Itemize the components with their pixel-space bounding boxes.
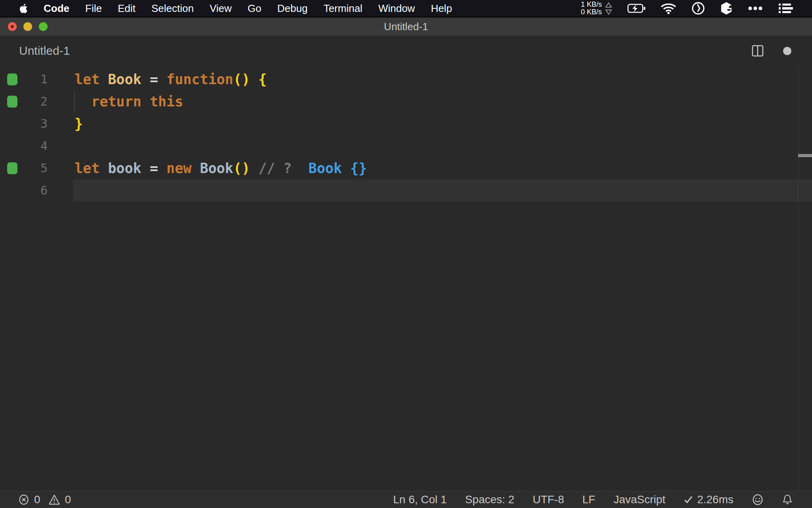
code-token: () [233,71,250,87]
encoding-setting[interactable]: UTF-8 [532,493,564,506]
code-token: = [150,160,158,176]
code-token [250,71,259,87]
check-icon [684,495,693,504]
cube-icon[interactable] [720,2,733,15]
unsaved-dot-icon[interactable] [783,47,791,55]
code-token: Book [108,71,141,87]
code-line-3[interactable]: 3} [0,113,812,135]
statusbar: 0 0 Ln 6, Col 1 Spaces: 2 UTF-8 LF JavaS… [0,491,812,508]
perf-time: 2.26ms [697,493,733,506]
line-number: 4 [20,135,48,157]
code-token: return [91,94,141,110]
code-line-5[interactable]: 5let book = new Book() // ? Book {} [0,157,812,179]
line-number: 3 [20,113,48,135]
apple-icon [17,2,29,14]
code-token: Book {} [308,160,367,176]
code-line-4[interactable]: 4 [0,135,812,157]
menu-item-code[interactable]: Code [36,2,77,15]
warning-count: 0 [65,493,71,506]
code-token: let [75,71,100,87]
code-token [75,94,91,110]
code-token: Book [200,160,233,176]
wifi-icon[interactable] [661,2,676,14]
overview-ruler[interactable] [798,66,812,491]
line-number: 6 [20,179,48,202]
menubar-left: CodeFileEditSelectionViewGoDebugTerminal… [0,2,460,15]
coverage-marker [7,73,17,85]
code-token: let [75,160,100,176]
code-text: let book = new Book() // ? Book {} [75,157,367,179]
menu-item-terminal[interactable]: Terminal [316,2,370,15]
code-token: this [150,94,183,110]
clock-icon[interactable] [691,2,705,15]
tab-untitled-1[interactable]: Untitled-1 [0,44,70,58]
menu-item-window[interactable]: Window [370,2,423,15]
menubar: CodeFileEditSelectionViewGoDebugTerminal… [0,0,812,17]
download-arrow-icon [605,9,612,15]
battery-charging-icon[interactable] [627,3,645,13]
code-token [292,160,308,176]
code-text: return this [75,90,183,113]
code-token [100,160,108,176]
code-token: () [233,160,250,176]
menu-item-debug[interactable]: Debug [269,2,316,15]
line-number: 1 [20,68,48,90]
warning-icon [48,494,60,505]
code-token [142,160,150,176]
menu-item-edit[interactable]: Edit [110,2,144,15]
indentation-setting[interactable]: Spaces: 2 [465,493,515,506]
menu-item-file[interactable]: File [77,2,110,15]
ellipsis-icon[interactable] [748,6,763,11]
cursor-position[interactable]: Ln 6, Col 1 [393,493,446,506]
menu-item-view[interactable]: View [202,2,240,15]
code-token [158,71,167,87]
code-token [158,160,167,176]
code-token: { [259,71,267,87]
error-icon [18,494,29,505]
apple-menu[interactable] [17,2,30,15]
code-text: let Book = function() { [75,68,267,90]
split-editor-icon[interactable] [751,44,764,57]
code-token [142,71,150,87]
code-line-1[interactable]: 1let Book = function() { [0,68,812,90]
problems-panel-toggle[interactable]: 0 0 [0,493,71,506]
editor-window: Untitled-1 1let Book = function() {2 ret… [0,36,812,508]
menu-item-go[interactable]: Go [240,2,270,15]
line-number: 5 [20,157,48,179]
menu-item-selection[interactable]: Selection [144,2,202,15]
network-down-speed: 0 KB/s [581,8,602,16]
titlebar[interactable]: Untitled-1 [0,17,812,36]
code-token: = [150,71,158,87]
window-title: Untitled-1 [0,21,812,33]
line-number: 2 [20,90,48,113]
menu-item-help[interactable]: Help [423,2,460,15]
quokka-perf[interactable]: 2.26ms [684,493,733,506]
language-mode[interactable]: JavaScript [613,493,665,506]
error-count: 0 [34,493,40,506]
close-button[interactable] [8,22,17,31]
code-token: book [108,160,141,176]
zoom-button[interactable] [39,22,48,31]
menubar-status-icons: 1 KB/s 0 KB/s [581,1,812,16]
list-icon[interactable] [778,3,794,14]
network-up-speed: 1 KB/s [581,1,602,8]
code-token [142,94,150,110]
code-line-2[interactable]: 2 return this [0,90,812,113]
traffic-lights [0,22,48,31]
minimize-button[interactable] [23,22,32,31]
code-token: function [167,71,234,87]
code-token: // ? [259,160,292,176]
coverage-marker [7,96,17,108]
code-token: } [75,116,83,132]
menu-list: CodeFileEditSelectionViewGoDebugTerminal… [36,2,460,15]
bell-icon[interactable] [782,494,793,506]
code-line-6[interactable]: 6 [0,179,812,202]
code-token [250,160,259,176]
statusbar-right: Ln 6, Col 1 Spaces: 2 UTF-8 LF JavaScrip… [393,493,812,506]
code-token [192,160,200,176]
network-arrows [605,2,612,15]
eol-setting[interactable]: LF [582,493,596,506]
smiley-icon[interactable] [752,494,764,506]
code-editor[interactable]: 1let Book = function() {2 return this3}4… [0,68,812,202]
network-monitor[interactable]: 1 KB/s 0 KB/s [581,1,612,16]
